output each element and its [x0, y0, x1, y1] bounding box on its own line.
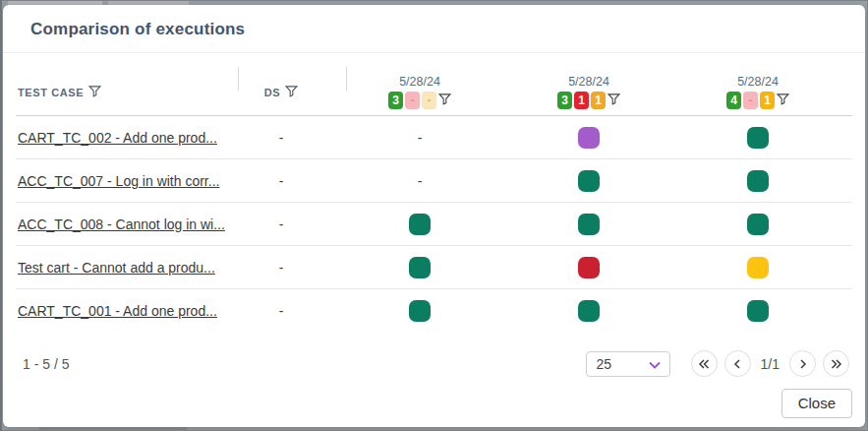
screenshot-frame-left [0, 0, 2, 431]
status-square[interactable] [409, 257, 431, 278]
table-row: CART_TC_002 - Add one prod... - - [16, 116, 852, 159]
status-badges: 4 - 1 [726, 92, 789, 109]
status-count-badge: 1 [760, 92, 775, 109]
chevron-down-icon [649, 356, 661, 372]
test-case-link[interactable]: CART_TC_002 - Add one prod... [16, 130, 227, 146]
status-count-badge: 4 [726, 92, 741, 109]
dialog-header: Comparison of executions [3, 5, 865, 53]
ds-cell: - [227, 260, 335, 276]
status-count-badge: 3 [388, 92, 403, 109]
execution-cell [504, 127, 673, 149]
execution-cell [335, 214, 504, 235]
test-case-link[interactable]: ACC_TC_008 - Cannot log in wi... [16, 216, 227, 232]
test-case-link[interactable]: Test cart - Cannot add a produ... [16, 260, 227, 276]
execution-cell [673, 257, 842, 278]
status-square[interactable] [409, 214, 431, 235]
page-size-select[interactable]: 25 [586, 351, 670, 377]
execution-cell [504, 214, 673, 235]
status-count-badge: - [743, 92, 758, 109]
pager-controls: 25 1/1 [586, 350, 849, 377]
page-indicator: 1/1 [761, 356, 780, 372]
filter-icon[interactable] [438, 92, 451, 109]
status-square[interactable] [747, 300, 769, 322]
column-divider [238, 67, 239, 91]
page-size-value: 25 [597, 356, 612, 372]
status-badges: 3 1 1 [557, 92, 620, 109]
filter-icon[interactable] [777, 92, 789, 109]
first-page-button[interactable] [691, 350, 718, 377]
status-count-badge: 3 [557, 92, 572, 109]
status-square[interactable] [578, 214, 600, 235]
ds-cell: - [227, 303, 335, 319]
status-count-badge: 1 [574, 92, 589, 109]
execution-cell [335, 257, 504, 278]
ds-cell: - [227, 173, 335, 189]
dialog-title: Comparison of executions [30, 20, 245, 38]
status-square[interactable] [578, 127, 600, 149]
execution-cell [504, 257, 673, 278]
execution-cell [335, 300, 504, 322]
status-badges: 3 - - [388, 92, 451, 109]
status-count-badge: - [422, 92, 436, 109]
test-case-link[interactable]: CART_TC_001 - Add one prod... [16, 303, 227, 319]
execution-cell: - [335, 130, 504, 146]
execution-cell [673, 170, 842, 192]
execution-date: 5/28/24 [399, 75, 440, 89]
status-square[interactable] [747, 214, 769, 235]
execution-cell [504, 300, 673, 322]
execution-cell [504, 170, 673, 192]
status-count-badge: - [405, 92, 420, 109]
column-divider [346, 67, 347, 91]
status-count-badge: 1 [591, 92, 606, 109]
ds-header-label: DS [264, 87, 280, 98]
ds-cell: - [227, 216, 335, 232]
close-button[interactable]: Close [781, 389, 852, 418]
execution-date: 5/28/24 [568, 75, 609, 89]
table-row: ACC_TC_007 - Log in with corr... - - [16, 159, 852, 203]
status-square[interactable] [747, 257, 769, 278]
table-header-row: TEST CASE DS 5/28/24 3 - - [16, 53, 852, 116]
table-row: Test cart - Cannot add a produ... - [16, 246, 852, 289]
table-row: CART_TC_001 - Add one prod... - [16, 289, 852, 333]
column-header-ds: DS [227, 85, 335, 99]
test-case-link[interactable]: ACC_TC_007 - Log in with corr... [16, 173, 227, 189]
pagination-bar: 1 - 5 / 5 25 1/1 [3, 333, 865, 377]
status-square[interactable] [747, 170, 769, 192]
table-row: ACC_TC_008 - Cannot log in wi... - [16, 203, 852, 246]
execution-cell [673, 300, 842, 322]
result-range-label: 1 - 5 / 5 [23, 356, 69, 372]
comparison-table: TEST CASE DS 5/28/24 3 - - [3, 53, 865, 333]
execution-cell [673, 214, 842, 235]
test-case-header-label: TEST CASE [18, 87, 84, 98]
filter-icon[interactable] [608, 92, 620, 109]
execution-date: 5/28/24 [737, 75, 779, 89]
status-square[interactable] [747, 127, 769, 149]
last-page-button[interactable] [823, 350, 849, 377]
filter-icon[interactable] [285, 85, 298, 99]
execution-cell: - [335, 173, 504, 189]
dialog-footer: Close [3, 377, 865, 418]
ds-cell: - [227, 130, 335, 146]
status-square[interactable] [578, 170, 600, 192]
previous-page-button[interactable] [724, 350, 751, 377]
next-page-button[interactable] [789, 350, 816, 377]
status-square[interactable] [578, 257, 600, 278]
column-header-execution-1: 5/28/24 3 - - [335, 75, 504, 109]
column-header-execution-3: 5/28/24 4 - 1 [673, 75, 842, 109]
comparison-dialog: Comparison of executions TEST CASE DS 5/… [3, 5, 865, 427]
status-square[interactable] [409, 300, 431, 322]
column-header-test-case: TEST CASE [16, 85, 227, 99]
column-header-execution-2: 5/28/24 3 1 1 [504, 75, 673, 109]
execution-cell [673, 127, 842, 149]
status-square[interactable] [578, 300, 600, 322]
filter-icon[interactable] [88, 85, 101, 99]
